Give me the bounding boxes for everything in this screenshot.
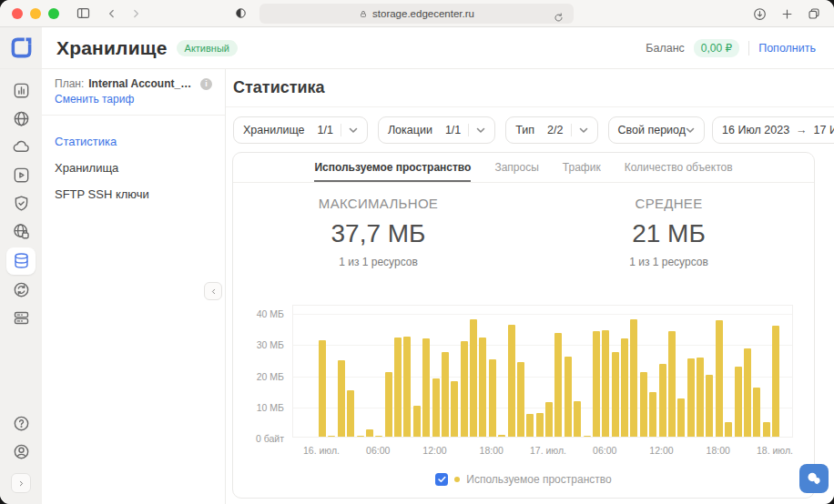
cloud-icon[interactable] [6, 135, 36, 160]
analytics-icon[interactable] [6, 78, 36, 104]
streaming-icon[interactable] [6, 163, 36, 188]
shield-check-icon[interactable] [6, 191, 36, 217]
chart-bar[interactable] [545, 402, 553, 437]
chart-bar[interactable] [621, 338, 628, 437]
reload-icon[interactable] [547, 6, 569, 28]
download-icon[interactable] [748, 3, 770, 25]
tabs-overview-icon[interactable] [803, 3, 825, 25]
sync-icon[interactable] [6, 277, 36, 303]
globe-icon[interactable] [6, 106, 36, 132]
plan-info-icon[interactable]: i [200, 78, 212, 90]
nav-item[interactable]: Хранилища [55, 155, 212, 181]
chart-bar[interactable] [630, 319, 637, 437]
chart-bar[interactable] [554, 333, 562, 437]
chart-bar[interactable] [753, 388, 760, 437]
chart-bar[interactable] [584, 436, 591, 438]
stat-block: МАКСИМАЛЬНОЕ37,7 МБ1 из 1 ресурсов [233, 196, 524, 268]
chart-bar[interactable] [744, 348, 751, 437]
nav-item[interactable]: Статистика [55, 128, 212, 155]
minimize-window-button[interactable] [30, 8, 41, 19]
arrow-right-icon: → [796, 124, 808, 136]
filter-тип[interactable]: Тип2/2 [505, 116, 597, 144]
storage-database-icon[interactable] [6, 247, 36, 275]
chart-bar[interactable] [394, 338, 402, 437]
chart-bar[interactable] [706, 375, 713, 438]
chart-bar[interactable] [564, 357, 572, 437]
main-content: Статистика Хранилище1/1Локации1/1Тип2/2 … [226, 69, 834, 504]
date-range-picker[interactable]: 16 Июл 2023 → 17 Июл 2023 [712, 116, 834, 144]
zoom-window-button[interactable] [48, 8, 59, 19]
chart-bar[interactable] [498, 435, 505, 437]
change-plan-link[interactable]: Сменить тариф [55, 93, 212, 106]
traffic-lights [12, 8, 59, 19]
expand-rail-button[interactable] [11, 473, 31, 493]
chart-bar[interactable] [479, 338, 486, 437]
chart-bar[interactable] [659, 364, 666, 437]
chart-bar[interactable] [470, 319, 477, 437]
chart-bar[interactable] [772, 326, 779, 437]
chevron-down-icon [686, 127, 695, 134]
chart-bar[interactable] [640, 372, 647, 437]
privacy-shield-icon[interactable] [229, 3, 251, 25]
chart-bar[interactable] [385, 372, 392, 437]
chart-bar[interactable] [442, 352, 449, 437]
chart-bar[interactable] [574, 401, 581, 437]
chart-bar[interactable] [593, 331, 600, 437]
back-icon[interactable] [101, 3, 123, 25]
chart-bar[interactable] [649, 392, 656, 437]
period-filter[interactable]: Свой период [608, 116, 706, 144]
forward-icon[interactable] [125, 3, 147, 25]
chart-bar[interactable] [347, 390, 354, 437]
chart-bar[interactable] [432, 378, 440, 437]
web-security-icon[interactable] [6, 219, 36, 245]
nav-item[interactable]: SFTP SSH ключи [55, 181, 212, 207]
chevron-down-icon [579, 127, 588, 134]
chart-bar[interactable] [763, 422, 770, 437]
tab-inactive[interactable]: Количество объектов [625, 153, 733, 182]
stat-title: СРЕДНЕЕ [524, 196, 814, 211]
chart-bar[interactable] [668, 331, 676, 437]
chart-bar[interactable] [422, 338, 430, 437]
stat-title: МАКСИМАЛЬНОЕ [233, 196, 524, 211]
address-bar[interactable]: storage.edgecenter.ru [259, 4, 574, 24]
topup-link[interactable]: Пополнить [758, 42, 816, 55]
tab-inactive[interactable]: Трафик [563, 153, 601, 182]
chart-bar[interactable] [612, 352, 619, 438]
chart-bar[interactable] [366, 429, 373, 437]
chart-bar[interactable] [716, 320, 723, 437]
chart-bar[interactable] [319, 340, 326, 437]
chart-bar[interactable] [526, 414, 534, 437]
chart-bar[interactable] [687, 358, 695, 437]
chart-bar[interactable] [697, 358, 704, 437]
chart-bar[interactable] [677, 398, 685, 437]
chart-bar[interactable] [725, 422, 732, 437]
chart-bar[interactable] [461, 341, 468, 437]
chart-bar[interactable] [508, 325, 515, 437]
filter-хранилище[interactable]: Хранилище1/1 [233, 116, 368, 144]
support-chat-button[interactable] [799, 464, 829, 493]
chart-bar[interactable] [375, 436, 382, 438]
chart-bar[interactable] [451, 381, 458, 437]
tab-inactive[interactable]: Запросы [494, 153, 538, 182]
new-tab-icon[interactable] [776, 3, 798, 25]
legend-checkbox[interactable] [435, 473, 448, 486]
chart-bar[interactable] [489, 359, 496, 437]
sidebar-toggle-icon[interactable] [72, 3, 94, 25]
edgecenter-logo[interactable] [0, 27, 42, 68]
chart-bar[interactable] [536, 413, 544, 437]
close-window-button[interactable] [12, 8, 23, 19]
chart-bar[interactable] [602, 330, 609, 437]
chart-bar[interactable] [735, 367, 742, 437]
account-icon[interactable] [6, 439, 36, 465]
chart-bar[interactable] [357, 436, 364, 438]
filter-локации[interactable]: Локации1/1 [378, 116, 495, 144]
collapse-nav-button[interactable] [204, 282, 222, 300]
chart-bar[interactable] [413, 406, 421, 437]
chart-bar[interactable] [403, 337, 411, 437]
help-icon[interactable] [6, 411, 36, 437]
chart-bar[interactable] [338, 360, 345, 437]
servers-icon[interactable] [6, 306, 36, 331]
tab-active[interactable]: Используемое пространство [314, 153, 471, 182]
chart-bar[interactable] [328, 436, 335, 438]
chart-bar[interactable] [517, 362, 524, 437]
